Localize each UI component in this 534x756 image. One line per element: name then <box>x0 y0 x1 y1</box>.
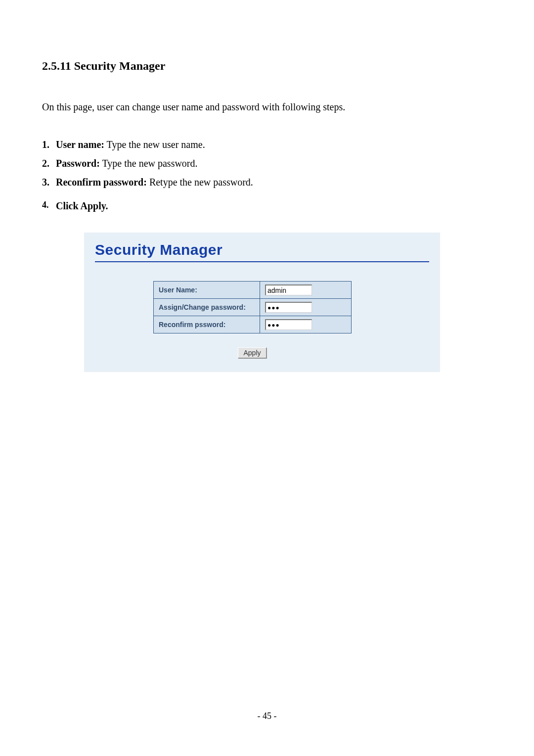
steps-list: 1. User name: Type the new user name. 2.… <box>42 138 492 213</box>
section-heading: 2.5.11 Security Manager <box>42 59 492 73</box>
step-3-bold: Reconfirm password: <box>56 177 147 188</box>
table-row: User Name: <box>154 282 352 299</box>
table-row: Reconfirm pssword: <box>154 316 352 333</box>
user-name-input[interactable] <box>265 284 312 295</box>
reconfirm-password-input[interactable] <box>265 319 312 330</box>
step-2-bold: Password: <box>56 158 100 169</box>
assign-password-label: Assign/Change password: <box>154 299 260 316</box>
step-1: 1. User name: Type the new user name. <box>42 138 492 151</box>
table-row: Assign/Change password: <box>154 299 352 316</box>
step-4-bold: Click Apply. <box>56 200 108 211</box>
step-2-number: 2. <box>42 156 49 170</box>
security-manager-panel: Security Manager User Name: Assign/Chang… <box>84 233 440 372</box>
step-1-rest: Type the new user name. <box>104 139 205 150</box>
assign-password-input[interactable] <box>265 302 312 313</box>
apply-button[interactable]: Apply <box>238 347 266 358</box>
step-1-number: 1. <box>42 138 49 151</box>
intro-text: On this page, user can change user name … <box>42 101 492 113</box>
step-3: 3. Reconfirm password: Retype the new pa… <box>42 175 492 189</box>
user-name-cell <box>260 282 352 299</box>
step-3-number: 3. <box>42 175 49 189</box>
step-2: 2. Password: Type the new password. <box>42 156 492 170</box>
panel-title: Security Manager <box>95 241 440 258</box>
step-4: 4. Click Apply. <box>42 199 492 213</box>
assign-password-cell <box>260 299 352 316</box>
apply-row: Apply <box>153 347 351 358</box>
step-2-rest: Type the new password. <box>100 158 198 169</box>
step-4-number: 4. <box>42 199 49 211</box>
panel-divider <box>95 261 429 262</box>
step-1-bold: User name: <box>56 139 104 150</box>
reconfirm-password-label: Reconfirm pssword: <box>154 316 260 333</box>
page-number: - 45 - <box>0 711 534 721</box>
user-name-label: User Name: <box>154 282 260 299</box>
reconfirm-password-cell <box>260 316 352 333</box>
security-form-table: User Name: Assign/Change password: Recon… <box>153 281 352 333</box>
step-3-rest: Retype the new password. <box>147 177 253 188</box>
